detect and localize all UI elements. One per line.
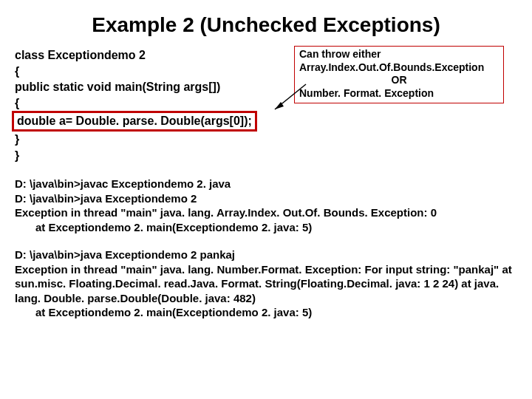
upper-section: Can throw either Array.Index.Out.Of.Boun… <box>15 47 517 320</box>
code-line: } <box>15 132 517 148</box>
slide-title: Example 2 (Unchecked Exceptions) <box>15 13 517 37</box>
output-line: at Exceptiondemo 2. main(Exceptiondemo 2… <box>15 220 517 235</box>
output-line: D: \java\bin>java Exceptiondemo 2 <box>15 191 517 206</box>
output-line: Exception in thread "main" java. lang. N… <box>15 262 517 277</box>
code-line: { <box>15 64 517 80</box>
code-highlight-wrap: double a= Double. parse. Double(args[0])… <box>15 111 517 132</box>
code-line: { <box>15 95 517 112</box>
output-block-2: D: \java\bin>java Exceptiondemo 2 pankaj… <box>15 248 517 320</box>
output-line: D: \java\bin>java Exceptiondemo 2 pankaj <box>15 248 517 262</box>
output-line: D: \java\bin>javac Exceptiondemo 2. java <box>15 177 517 191</box>
code-line: } <box>15 148 517 164</box>
code-line: public static void main(String args[]) <box>15 79 517 95</box>
output-line: sun.misc. Floating.Decimal. read.Java. F… <box>15 276 517 305</box>
code-highlight: double a= Double. parse. Double(args[0])… <box>12 111 257 132</box>
output-block-1: D: \java\bin>javac Exceptiondemo 2. java… <box>15 177 517 234</box>
code-block: class Exceptiondemo 2 { public static vo… <box>15 47 517 163</box>
output-line: Exception in thread "main" java. lang. A… <box>15 205 517 220</box>
output-line: at Exceptiondemo 2. main(Exceptiondemo 2… <box>15 305 517 320</box>
code-line: class Exceptiondemo 2 <box>15 47 517 64</box>
slide: Example 2 (Unchecked Exceptions) Can thr… <box>0 0 532 327</box>
